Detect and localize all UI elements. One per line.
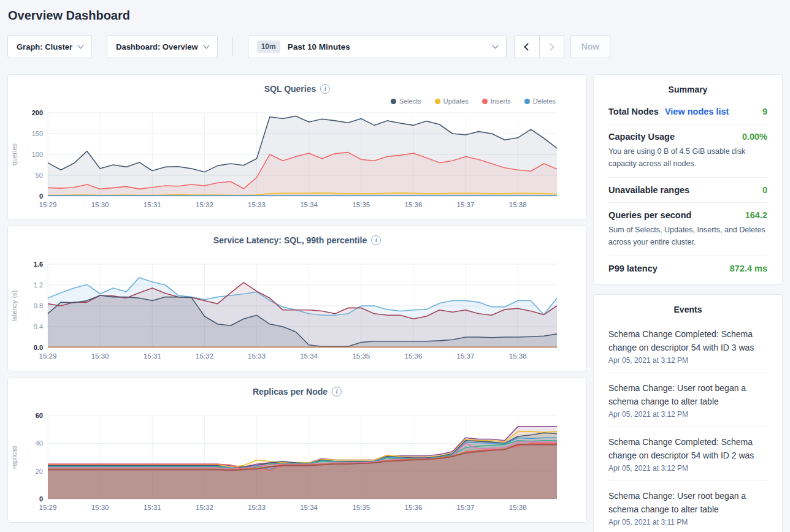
chart-title: Replicas per Node — [253, 387, 328, 397]
legend-label: Deletes — [533, 97, 556, 105]
event-message: Schema Change: User root began a schema … — [608, 489, 767, 516]
legend-label: Updates — [443, 97, 469, 105]
legend-label: Selects — [399, 97, 421, 105]
event-item[interactable]: Schema Change: User root began a schema … — [608, 481, 767, 532]
svg-text:15:36: 15:36 — [405, 201, 423, 208]
event-timestamp: Apr 05, 2021 at 3:12 PM — [608, 410, 767, 419]
info-icon[interactable]: i — [371, 235, 381, 245]
svg-text:15:32: 15:32 — [196, 201, 213, 208]
svg-text:15:32: 15:32 — [196, 352, 213, 360]
time-range-label: Past 10 Minutes — [288, 42, 350, 51]
svg-text:15:29: 15:29 — [39, 201, 57, 208]
event-item[interactable]: Schema Change Completed: Schema change o… — [608, 319, 767, 373]
chart-legend: SelectsUpdatesInsertsDeletes — [8, 94, 586, 108]
svg-text:15:33: 15:33 — [248, 352, 266, 360]
event-timestamp: Apr 05, 2021 at 3:12 PM — [608, 356, 767, 365]
sidebar: Summary Total NodesView nodes list9Capac… — [593, 74, 783, 532]
svg-text:0.8: 0.8 — [34, 302, 43, 310]
summary-value: 0.00% — [742, 132, 767, 142]
svg-text:15:35: 15:35 — [352, 504, 370, 511]
time-range-dropdown[interactable]: 10m Past 10 Minutes — [248, 35, 507, 58]
dashboard-select-dropdown[interactable]: Dashboard: Overview — [107, 35, 218, 58]
svg-text:15:32: 15:32 — [196, 504, 213, 511]
chevron-down-icon — [78, 42, 84, 48]
prev-interval-button[interactable] — [515, 36, 539, 58]
svg-text:15:30: 15:30 — [91, 201, 109, 208]
svg-text:15:38: 15:38 — [509, 352, 527, 360]
chart-card-replicas-per-node: Replicas per Node i 020406015:2915:3015:… — [7, 377, 587, 523]
event-timestamp: Apr 05, 2021 at 3:11 PM — [608, 518, 767, 526]
now-button: Now — [570, 35, 611, 58]
summary-label: Capacity Usage — [608, 132, 675, 142]
legend-dot-icon — [524, 99, 530, 104]
service-latency-chart[interactable]: 0.00.40.81.21.615:2915:3015:3115:3215:33… — [8, 259, 586, 363]
svg-text:0.0: 0.0 — [34, 344, 43, 351]
charts-column: SQL Queries i SelectsUpdatesInsertsDelet… — [7, 74, 587, 523]
graph-select-label: Graph: Cluster — [17, 42, 72, 51]
events-list: Schema Change Completed: Schema change o… — [608, 319, 767, 532]
svg-text:15:29: 15:29 — [39, 352, 57, 360]
svg-text:15:30: 15:30 — [91, 352, 109, 360]
svg-text:20: 20 — [36, 468, 43, 475]
svg-text:15:29: 15:29 — [39, 504, 57, 511]
event-timestamp: Apr 05, 2021 at 3:12 PM — [608, 464, 767, 473]
svg-text:latency (s): latency (s) — [10, 291, 18, 322]
svg-text:15:36: 15:36 — [405, 504, 423, 511]
view-nodes-list-link[interactable]: View nodes list — [665, 107, 729, 116]
summary-label: Total Nodes — [608, 107, 659, 116]
svg-text:0: 0 — [39, 192, 43, 200]
svg-text:15:35: 15:35 — [352, 352, 370, 360]
svg-text:15:31: 15:31 — [144, 201, 161, 208]
replicas-per-node-chart[interactable]: 020406015:2915:3015:3115:3215:3315:3415:… — [8, 411, 586, 515]
svg-text:200: 200 — [32, 109, 43, 116]
chevron-right-icon — [546, 43, 554, 51]
svg-text:15:38: 15:38 — [509, 504, 527, 511]
svg-text:50: 50 — [36, 172, 43, 179]
svg-text:1.2: 1.2 — [34, 281, 43, 289]
summary-value: 0 — [762, 185, 767, 195]
svg-text:15:30: 15:30 — [91, 504, 109, 511]
svg-text:0: 0 — [39, 495, 43, 503]
summary-row: Capacity Usage0.00%You are using 0 B of … — [608, 124, 767, 177]
toolbar-divider — [232, 37, 233, 56]
toolbar: Graph: Cluster Dashboard: Overview 10m P… — [7, 35, 790, 58]
event-message: Schema Change Completed: Schema change o… — [608, 435, 767, 462]
svg-text:100: 100 — [32, 151, 43, 158]
summary-title: Summary — [608, 85, 767, 99]
svg-text:15:37: 15:37 — [457, 504, 475, 511]
summary-label: Unavailable ranges — [608, 185, 689, 195]
summary-description: You are using 0 B of 4.5 GiB usable disk… — [608, 145, 767, 170]
dashboard-select-label: Dashboard: Overview — [116, 42, 198, 51]
legend-item-deletes: Deletes — [524, 97, 556, 105]
svg-text:60: 60 — [36, 412, 43, 419]
legend-item-selects: Selects — [391, 97, 421, 105]
svg-text:15:35: 15:35 — [352, 201, 370, 208]
event-item[interactable]: Schema Change Completed: Schema change o… — [608, 427, 767, 481]
chevron-down-icon — [203, 42, 209, 48]
info-icon[interactable]: i — [332, 387, 342, 397]
legend-dot-icon — [391, 99, 396, 104]
summary-description: Sum of Selects, Updates, Inserts, and De… — [608, 224, 767, 248]
chevron-left-icon — [524, 43, 532, 51]
next-interval-button — [539, 36, 564, 58]
svg-text:150: 150 — [32, 130, 43, 137]
svg-text:15:31: 15:31 — [144, 352, 161, 360]
svg-text:15:34: 15:34 — [300, 504, 318, 511]
svg-text:15:37: 15:37 — [457, 201, 475, 208]
info-icon[interactable]: i — [320, 84, 330, 94]
svg-text:40: 40 — [36, 439, 43, 447]
events-panel: Events Schema Change Completed: Schema c… — [593, 294, 783, 532]
time-range-badge: 10m — [257, 40, 280, 53]
legend-label: Inserts — [491, 97, 511, 105]
summary-rows: Total NodesView nodes list9Capacity Usag… — [608, 99, 767, 281]
svg-text:0.4: 0.4 — [34, 323, 43, 330]
legend-dot-icon — [482, 99, 488, 104]
summary-value: 164.2 — [745, 210, 767, 220]
sql-queries-chart[interactable]: 05010015020015:2915:3015:3115:3215:3315:… — [8, 108, 586, 212]
svg-text:15:38: 15:38 — [509, 201, 527, 208]
summary-label: Queries per second — [608, 210, 691, 220]
chart-title: Service Latency: SQL, 99th percentile — [213, 235, 367, 245]
svg-text:15:37: 15:37 — [457, 352, 475, 360]
event-item[interactable]: Schema Change: User root began a schema … — [608, 373, 767, 427]
graph-select-dropdown[interactable]: Graph: Cluster — [7, 35, 92, 58]
